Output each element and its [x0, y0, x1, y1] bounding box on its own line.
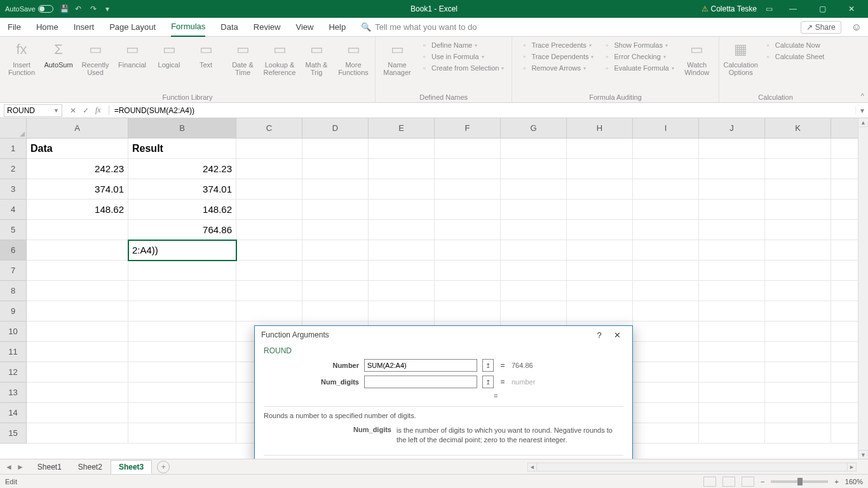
cell[interactable] [236, 159, 302, 179]
row-header[interactable]: 12 [0, 362, 27, 383]
column-header[interactable]: J [699, 118, 765, 139]
cell[interactable] [501, 159, 567, 179]
cell[interactable] [699, 261, 765, 281]
scroll-left-icon[interactable]: ◄ [528, 463, 537, 471]
ribbon-item[interactable]: ▫Error Checking ▾ [602, 52, 674, 61]
ribbon-item[interactable]: ▫Evaluate Formula ▾ [602, 64, 674, 72]
cell[interactable] [633, 281, 699, 301]
expand-formula-bar-icon[interactable]: ▾ [855, 106, 868, 115]
cell[interactable] [27, 240, 128, 261]
cell[interactable] [435, 240, 501, 261]
sheet-tab[interactable]: Sheet1 [29, 460, 70, 474]
cell[interactable] [567, 139, 633, 159]
column-header[interactable]: K [765, 118, 831, 139]
cell[interactable] [369, 179, 435, 200]
column-header[interactable]: G [501, 118, 567, 139]
cell[interactable] [435, 261, 501, 281]
cell[interactable] [236, 200, 302, 220]
cell[interactable] [501, 261, 567, 281]
cell[interactable] [501, 139, 567, 159]
cell[interactable] [236, 179, 302, 200]
select-all-corner[interactable] [0, 118, 27, 139]
cell[interactable] [27, 403, 128, 423]
cell[interactable] [501, 301, 567, 322]
row-header[interactable]: 4 [0, 200, 27, 220]
cell[interactable] [699, 322, 765, 342]
close-button[interactable]: ✕ [840, 0, 863, 18]
new-sheet-button[interactable]: + [157, 461, 170, 473]
row-header[interactable]: 2 [0, 159, 27, 179]
tell-me-search[interactable]: 🔍 Tell me what you want to do [361, 22, 477, 32]
cell[interactable] [369, 240, 435, 261]
ribbon-item[interactable]: ▫Calculate Now [764, 41, 825, 50]
cell[interactable] [699, 240, 765, 261]
ribbon-button[interactable]: ΣAutoSum [42, 39, 75, 69]
cell[interactable]: 148.62 [128, 200, 236, 220]
tab-review[interactable]: Review [254, 18, 281, 36]
cell[interactable] [128, 342, 236, 362]
cell[interactable] [633, 342, 699, 362]
row-header[interactable]: 3 [0, 179, 27, 200]
cell[interactable] [128, 423, 236, 444]
cell[interactable]: Data [27, 139, 128, 159]
cell[interactable] [236, 281, 302, 301]
share-button[interactable]: ↗Share [801, 21, 841, 34]
cell[interactable] [633, 362, 699, 383]
ribbon-item[interactable]: ▫Show Formulas ▾ [602, 41, 674, 50]
cell[interactable] [765, 139, 831, 159]
cell[interactable] [567, 159, 633, 179]
cell[interactable] [765, 200, 831, 220]
cell[interactable] [633, 383, 699, 403]
undo-icon[interactable]: ↶ [75, 4, 84, 13]
row-header[interactable]: 15 [0, 423, 27, 444]
collapse-dialog-icon[interactable]: ↥ [482, 359, 494, 372]
cell[interactable] [27, 383, 128, 403]
cell[interactable] [369, 261, 435, 281]
sheet-tab[interactable]: Sheet3 [111, 460, 152, 474]
row-header[interactable]: 5 [0, 220, 27, 240]
row-header[interactable]: 11 [0, 342, 27, 362]
arg-input-number[interactable] [364, 359, 477, 372]
column-header[interactable]: F [435, 118, 501, 139]
account-name[interactable]: Coletta Teske [702, 4, 757, 13]
ribbon-item[interactable]: ▫Create from Selection ▾ [420, 64, 504, 72]
cell[interactable] [567, 240, 633, 261]
cell[interactable] [435, 139, 501, 159]
row-header[interactable]: 8 [0, 281, 27, 301]
collapse-dialog-icon[interactable]: ↥ [482, 376, 494, 388]
arg-input-numdigits[interactable] [364, 376, 477, 388]
cell[interactable] [765, 342, 831, 362]
column-header[interactable]: H [567, 118, 633, 139]
chevron-down-icon[interactable]: ▼ [53, 107, 59, 114]
enter-formula-icon[interactable]: ✓ [83, 106, 89, 115]
cell[interactable] [369, 281, 435, 301]
watch-window-button[interactable]: ▭ Watch Window [681, 39, 714, 76]
row-header[interactable]: 7 [0, 261, 27, 281]
cell[interactable] [435, 159, 501, 179]
cell[interactable] [765, 261, 831, 281]
cell[interactable] [567, 301, 633, 322]
cell[interactable] [699, 383, 765, 403]
cell[interactable] [435, 179, 501, 200]
ribbon-button[interactable]: ▭Date &Time [226, 39, 259, 76]
zoom-slider[interactable] [771, 480, 828, 483]
dialog-close-button[interactable]: ✕ [608, 330, 626, 340]
calculation-options-button[interactable]: ▦ Calculation Options [724, 39, 757, 76]
cell[interactable] [633, 403, 699, 423]
tab-page-layout[interactable]: Page Layout [109, 18, 156, 36]
ribbon-item[interactable]: ▫Calculate Sheet [764, 52, 825, 61]
cell[interactable] [27, 281, 128, 301]
cell[interactable] [633, 240, 699, 261]
cell[interactable] [501, 200, 567, 220]
column-header[interactable]: I [633, 118, 699, 139]
cell[interactable] [765, 281, 831, 301]
ribbon-button[interactable]: fxInsertFunction [5, 39, 38, 76]
cell[interactable]: 2:A4)) [128, 240, 236, 261]
cell[interactable] [633, 322, 699, 342]
cell[interactable] [302, 179, 369, 200]
cell[interactable] [501, 220, 567, 240]
ribbon-button[interactable]: ▭Lookup &Reference [263, 39, 296, 76]
cell[interactable] [435, 200, 501, 220]
tab-view[interactable]: View [295, 18, 313, 36]
cell[interactable] [27, 322, 128, 342]
